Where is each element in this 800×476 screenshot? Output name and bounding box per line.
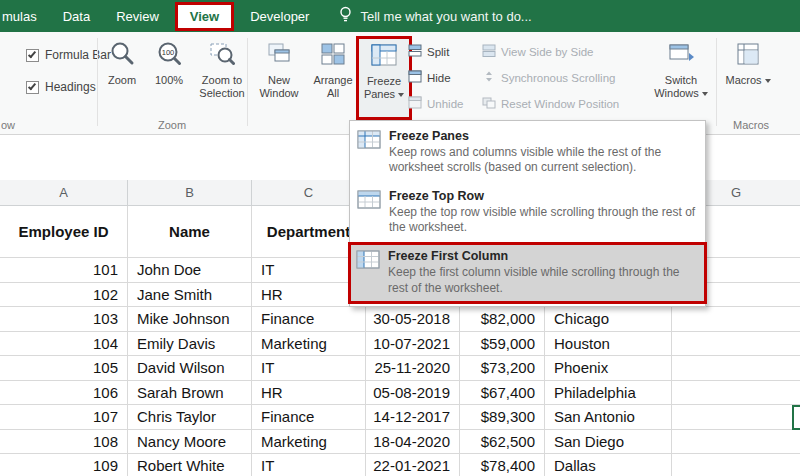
cell-empty[interactable] (672, 454, 800, 476)
cell-date[interactable]: 22-01-2021 (366, 454, 460, 476)
cell-empty[interactable] (672, 430, 800, 455)
cell-city[interactable]: Chicago (545, 307, 672, 332)
cell-salary[interactable]: $82,000 (460, 307, 545, 332)
chevron-down-icon (398, 93, 404, 97)
split-button[interactable]: Split (408, 44, 449, 59)
hide-button[interactable]: Hide (408, 70, 451, 85)
new-window-button[interactable]: New Window (252, 35, 306, 117)
cell-department[interactable]: IT (252, 356, 366, 381)
switch-windows-button[interactable]: Switch Windows (650, 35, 712, 117)
cell-empty[interactable] (672, 356, 800, 381)
cell-name[interactable]: Jane Smith (128, 283, 252, 308)
cell-department[interactable]: HR (252, 381, 366, 406)
column-header[interactable]: B (128, 180, 252, 206)
cell-department[interactable]: Marketing (252, 430, 366, 455)
menu-item-description: Keep the first column visible while scro… (388, 265, 697, 296)
cell-department[interactable]: IT (252, 454, 366, 476)
cell-employee-id[interactable]: 102 (0, 283, 128, 308)
active-cell-border (792, 405, 800, 430)
tab-data[interactable]: Data (50, 2, 103, 31)
cell-salary[interactable]: $78,400 (460, 454, 545, 476)
reset-window-position-icon (482, 96, 496, 111)
cell-empty[interactable] (672, 332, 800, 357)
cell-date[interactable]: 25-11-2020 (366, 356, 460, 381)
view-side-by-side-button[interactable]: View Side by Side (482, 44, 593, 59)
menu-item-freeze-first-column[interactable]: Freeze First Column Keep the first colum… (348, 242, 707, 304)
switch-windows-icon (667, 41, 695, 71)
cell-city[interactable]: San Diego (545, 430, 672, 455)
cell-employee-id[interactable]: 109 (0, 454, 128, 476)
zoom-to-selection-button[interactable]: Zoom to Selection (193, 35, 251, 117)
cell-empty[interactable] (672, 307, 800, 332)
zoom-group-label: Zoom (97, 119, 247, 131)
cell-city[interactable]: Dallas (545, 454, 672, 476)
freeze-panes-button[interactable]: Freeze Panes (356, 36, 412, 120)
cell-city[interactable]: Phoenix (545, 356, 672, 381)
menu-item-text: Freeze First Column Keep the first colum… (388, 249, 697, 296)
cell-date[interactable]: 18-04-2020 (366, 430, 460, 455)
cell-empty[interactable] (672, 405, 800, 430)
cell-date[interactable]: 14-12-2017 (366, 405, 460, 430)
header-cell-employee-id[interactable]: Employee ID (0, 206, 128, 258)
cell-employee-id[interactable]: 101 (0, 258, 128, 283)
cell-city[interactable]: San Antonio (545, 405, 672, 430)
synchronous-scrolling-icon (482, 70, 496, 85)
unhide-button[interactable]: Unhide (408, 96, 463, 111)
freeze-panes-label: Freeze Panes (359, 75, 409, 101)
tell-me-box[interactable]: Tell me what you want to do... (338, 6, 531, 26)
macros-group-label: Macros (716, 119, 786, 131)
tab-formulas[interactable]: mulas (0, 2, 50, 31)
freeze-panes-menu: Freeze Panes Keep rows and columns visib… (349, 120, 706, 307)
cell-name[interactable]: David Wilson (128, 356, 252, 381)
new-window-label: New Window (252, 74, 306, 100)
cell-name[interactable]: Mike Johnson (128, 307, 252, 332)
menu-item-title: Freeze Top Row (389, 189, 697, 203)
cell-employee-id[interactable]: 108 (0, 430, 128, 455)
cell-department[interactable]: Finance (252, 307, 366, 332)
tab-developer[interactable]: Developer (237, 2, 322, 31)
svg-text:100: 100 (162, 48, 175, 57)
cell-employee-id[interactable]: 107 (0, 405, 128, 430)
reset-window-position-button[interactable]: Reset Window Position (482, 96, 619, 111)
cell-name[interactable]: John Doe (128, 258, 252, 283)
cell-date[interactable]: 30-05-2018 (366, 307, 460, 332)
column-header[interactable]: A (0, 180, 128, 206)
synchronous-scrolling-button[interactable]: Synchronous Scrolling (482, 70, 615, 85)
cell-salary[interactable]: $59,000 (460, 332, 545, 357)
cell-empty[interactable] (672, 381, 800, 406)
cell-date[interactable]: 10-07-2021 (366, 332, 460, 357)
cell-date[interactable]: 05-08-2019 (366, 381, 460, 406)
headings-checkbox[interactable]: Headings (26, 80, 96, 94)
view-side-by-side-icon (482, 44, 496, 59)
cell-salary[interactable]: $73,200 (460, 356, 545, 381)
tab-review[interactable]: Review (103, 2, 172, 31)
cell-salary[interactable]: $89,300 (460, 405, 545, 430)
cell-salary[interactable]: $67,400 (460, 381, 545, 406)
zoom-icon (109, 41, 135, 71)
cell-employee-id[interactable]: 105 (0, 356, 128, 381)
cell-employee-id[interactable]: 103 (0, 307, 128, 332)
cell-employee-id[interactable]: 104 (0, 332, 128, 357)
cell-name[interactable]: Emily Davis (128, 332, 252, 357)
cell-employee-id[interactable]: 106 (0, 381, 128, 406)
menu-item-freeze-panes[interactable]: Freeze Panes Keep rows and columns visib… (350, 123, 705, 183)
cell-city[interactable]: Houston (545, 332, 672, 357)
tab-view[interactable]: View (175, 2, 234, 31)
cell-salary[interactable]: $62,500 (460, 430, 545, 455)
split-icon (408, 44, 422, 59)
header-cell-name[interactable]: Name (128, 206, 252, 258)
macros-button[interactable]: Macros (720, 35, 776, 117)
cell-name[interactable]: Chris Taylor (128, 405, 252, 430)
cell-name[interactable]: Sarah Brown (128, 381, 252, 406)
menu-item-freeze-top-row[interactable]: Freeze Top Row Keep the top row visible … (350, 183, 705, 243)
cell-department[interactable]: Finance (252, 405, 366, 430)
cell-department[interactable]: Marketing (252, 332, 366, 357)
cell-city[interactable]: Philadelphia (545, 381, 672, 406)
cell-name[interactable]: Robert White (128, 454, 252, 476)
zoom-button[interactable]: Zoom (99, 35, 145, 117)
group-separator (97, 38, 98, 126)
arrange-all-button[interactable]: Arrange All (308, 35, 358, 117)
group-separator (716, 38, 717, 126)
zoom-100-button[interactable]: 100 100% (147, 35, 191, 117)
cell-name[interactable]: Nancy Moore (128, 430, 252, 455)
